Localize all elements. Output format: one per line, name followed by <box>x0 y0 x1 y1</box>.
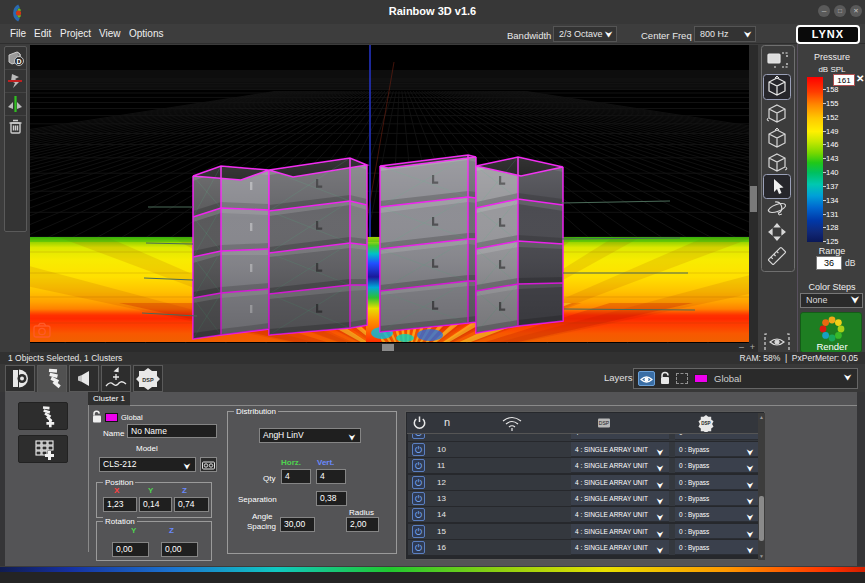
svg-text:D: D <box>16 58 21 65</box>
svg-text:DSP: DSP <box>599 420 610 426</box>
svg-text:DSP: DSP <box>142 377 154 383</box>
svg-text:LYNX: LYNX <box>812 28 844 40</box>
svg-text:DSP: DSP <box>701 421 710 426</box>
